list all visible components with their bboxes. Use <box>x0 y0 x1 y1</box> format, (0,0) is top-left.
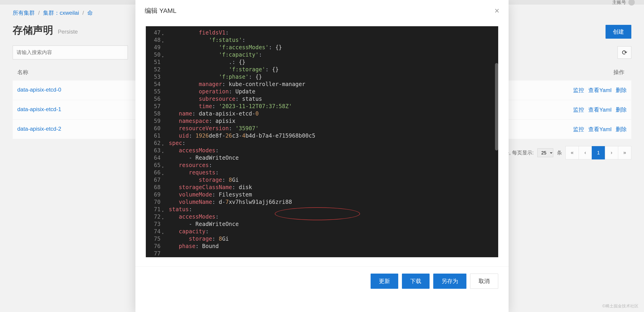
modal-overlay: 编辑 YAML × 474849505152535455565758596061… <box>0 0 644 312</box>
update-button[interactable]: 更新 <box>370 274 398 289</box>
yaml-editor-modal: 编辑 YAML × 474849505152535455565758596061… <box>136 0 508 312</box>
cancel-button[interactable]: 取消 <box>470 274 498 289</box>
save-as-button[interactable]: 另存为 <box>433 274 466 289</box>
close-icon: × <box>494 6 499 15</box>
editor-scrollbar[interactable] <box>495 63 498 150</box>
download-button[interactable]: 下载 <box>402 274 430 289</box>
modal-close-button[interactable]: × <box>494 6 499 16</box>
yaml-editor[interactable]: 4748495051525354555657585960616263646566… <box>146 26 498 257</box>
modal-title: 编辑 YAML <box>145 6 176 15</box>
